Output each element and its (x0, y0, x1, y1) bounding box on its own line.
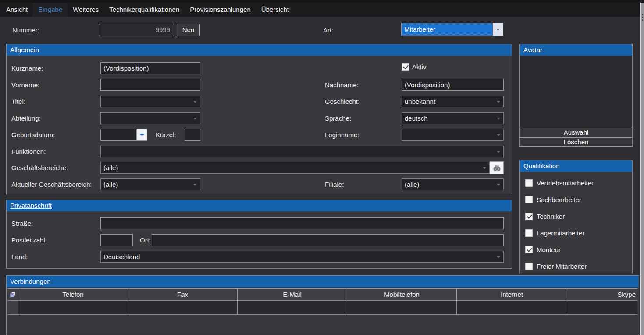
chevron-down-icon (193, 118, 197, 120)
menu-item-provisionszahlungen[interactable]: Provisionszahlungen (185, 3, 256, 17)
kurzname-input[interactable]: (Vordisposition) (100, 62, 200, 74)
kurzname-label: Kurzname: (11, 62, 43, 74)
allgemein-section-header: Allgemein (7, 44, 512, 56)
monteur-checkbox[interactable] (525, 246, 533, 253)
avatar-auswahl-button[interactable]: Auswahl (520, 128, 632, 137)
vorname-label: Vorname: (11, 79, 39, 91)
filiale-label: Filiale: (325, 178, 344, 190)
verbindungen-section: Verbindungen Telefon Fax E-Mail Mobiltel… (6, 275, 639, 335)
geburtsdatum-calendar-button[interactable] (136, 129, 147, 141)
geschlecht-label: Geschlecht: (325, 96, 359, 107)
lagermitarbeiter-checkbox[interactable] (525, 229, 533, 237)
allgemein-section: Allgemein Kurzname: (Vordisposition) Akt… (6, 44, 512, 194)
aktiv-checkbox[interactable] (402, 63, 409, 71)
geschaeftsbereiche-dropdown[interactable]: (alle) (100, 162, 490, 174)
funktionen-label: Funktionen: (11, 146, 46, 157)
binoculars-icon (493, 164, 501, 171)
qualifikation-section-header: Qualifikation (520, 160, 632, 172)
menu-item-eingabe[interactable]: Eingabe (33, 3, 68, 17)
column-header-internet[interactable]: Internet (457, 288, 567, 300)
chevron-down-icon (193, 184, 197, 186)
column-header-telefon[interactable]: Telefon (18, 288, 128, 300)
postleitzahl-input[interactable] (100, 234, 133, 246)
sachbearbeiter-label: Sachbearbeiter (537, 196, 581, 204)
privatanschrift-title[interactable]: Privatanschrift (10, 202, 52, 209)
chevron-down-icon (483, 167, 486, 169)
abteilung-label: Abteilung: (11, 112, 41, 124)
column-header-fax[interactable]: Fax (128, 288, 238, 300)
strasse-input[interactable] (100, 217, 504, 229)
filiale-selected-value: (alle) (405, 181, 419, 188)
vertriebsmitarbeiter-label: Vertriebsmitarbeiter (537, 179, 594, 187)
table-corner-cell[interactable] (8, 288, 18, 300)
loginname-label: Loginname: (325, 129, 359, 141)
verbindungen-section-header: Verbindungen (7, 276, 639, 287)
sachbearbeiter-checkbox[interactable] (525, 196, 533, 203)
geburtsdatum-input[interactable] (100, 129, 137, 141)
column-header-mobiltelefon[interactable]: Mobiltelefon (347, 288, 457, 300)
verbindungen-table: Telefon Fax E-Mail Mobiltelefon Internet… (8, 288, 637, 315)
filiale-dropdown[interactable]: (alle) (402, 178, 504, 190)
cell-internet[interactable] (457, 300, 567, 315)
aktueller-geschaeftsbereich-selected-value: (alle) (103, 181, 118, 188)
vertriebsmitarbeiter-checkbox[interactable] (525, 179, 533, 187)
avatar-loeschen-button[interactable]: Löschen (520, 137, 632, 147)
avatar-section-header: Avatar (520, 44, 632, 56)
chevron-down-icon (497, 256, 500, 258)
ort-input[interactable] (152, 234, 504, 246)
aktueller-geschaeftsbereich-dropdown[interactable]: (alle) (100, 178, 200, 190)
geschaeftsbereiche-search-button[interactable] (490, 161, 504, 174)
menu-item-uebersicht[interactable]: Übersicht (256, 3, 294, 17)
qualifikation-section: Qualifikation Vertriebsmitarbeiter Sachb… (519, 160, 633, 273)
art-dropdown[interactable]: Mitarbeiter (401, 23, 503, 36)
aktiv-label: Aktiv (412, 63, 427, 71)
neu-button[interactable]: Neu (177, 24, 200, 36)
art-label: Art: (323, 24, 333, 36)
table-row (8, 300, 637, 315)
land-selected-value: Deutschland (103, 253, 140, 260)
menu-item-ansicht[interactable]: Ansicht (1, 3, 33, 17)
art-dropdown-button[interactable] (493, 23, 503, 36)
column-header-email[interactable]: E-Mail (238, 288, 347, 300)
menu-item-technikerqualifikationen[interactable]: Technikerqualifikationen (104, 3, 185, 17)
nachname-label: Nachname: (325, 79, 359, 91)
geschlecht-dropdown[interactable]: unbekannt (402, 96, 504, 107)
sprache-dropdown[interactable]: deutsch (402, 112, 504, 124)
art-selected-value: Mitarbeiter (402, 23, 493, 36)
cell-fax[interactable] (128, 300, 238, 315)
techniker-checkbox[interactable] (525, 213, 533, 220)
row-selector-cell[interactable] (8, 300, 18, 315)
postleitzahl-label: Postleitzahl: (11, 234, 47, 246)
chevron-down-icon (497, 151, 500, 153)
column-header-skype[interactable]: Skype (567, 288, 637, 300)
cell-mobiltelefon[interactable] (347, 300, 457, 315)
kuerzel-label: Kürzel: (156, 129, 176, 141)
cell-skype[interactable] (567, 300, 637, 315)
chevron-down-icon (497, 118, 500, 120)
privatanschrift-section-header[interactable]: Privatanschrift (7, 200, 512, 211)
menu-item-weiteres[interactable]: Weiteres (68, 3, 104, 17)
abteilung-dropdown[interactable] (100, 112, 200, 124)
privatanschrift-section: Privatanschrift Straße: Postleitzahl: Or… (6, 200, 512, 269)
geschaeftsbereiche-label: Geschäftsbereiche: (11, 162, 68, 174)
land-dropdown[interactable]: Deutschland (100, 251, 504, 263)
chevron-down-icon (497, 184, 500, 186)
loginname-dropdown[interactable] (402, 129, 504, 141)
sprache-label: Sprache: (325, 112, 351, 124)
nummer-input[interactable]: 9999 (99, 24, 174, 36)
sprache-selected-value: deutsch (405, 114, 428, 122)
titel-label: Titel: (11, 96, 25, 107)
geschaeftsbereiche-selected-value: (alle) (103, 164, 118, 171)
aktueller-geschaeftsbereich-label: Aktueller Geschäftsbereich: (11, 178, 92, 190)
nachname-input[interactable]: (Vordisposition) (402, 79, 504, 91)
titel-dropdown[interactable] (100, 96, 200, 107)
funktionen-dropdown[interactable] (100, 146, 504, 157)
vorname-input[interactable] (100, 79, 200, 91)
freier-mitarbeiter-checkbox[interactable] (525, 263, 533, 270)
connections-icon (10, 292, 16, 297)
cell-email[interactable] (238, 300, 347, 315)
kuerzel-input[interactable] (185, 129, 200, 141)
right-splitter-handle[interactable] (640, 3, 644, 335)
freier-mitarbeiter-label: Freier Mitarbeiter (537, 262, 587, 271)
cell-telefon[interactable] (18, 300, 128, 315)
